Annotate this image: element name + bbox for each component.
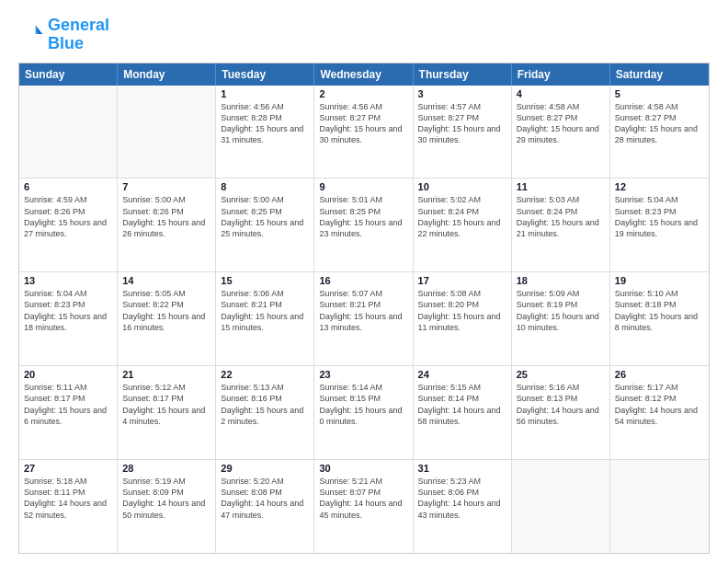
calendar-day-7: 7Sunrise: 5:00 AMSunset: 8:26 PMDaylight… bbox=[118, 178, 216, 271]
calendar-day-10: 10Sunrise: 5:02 AMSunset: 8:24 PMDayligh… bbox=[414, 178, 512, 271]
header-day-sunday: Sunday bbox=[19, 63, 118, 86]
sunset-text: Sunset: 8:24 PM bbox=[517, 206, 605, 217]
daylight-text: Daylight: 15 hours and 30 minutes. bbox=[418, 123, 506, 145]
calendar-day-20: 20Sunrise: 5:11 AMSunset: 8:17 PMDayligh… bbox=[19, 366, 118, 459]
calendar-day-4: 4Sunrise: 4:58 AMSunset: 8:27 PMDaylight… bbox=[512, 86, 610, 178]
day-number: 23 bbox=[319, 369, 407, 380]
daylight-text: Daylight: 15 hours and 31 minutes. bbox=[221, 123, 309, 145]
sunrise-text: Sunrise: 5:17 AM bbox=[615, 382, 704, 393]
sunrise-text: Sunrise: 5:01 AM bbox=[319, 194, 407, 205]
day-number: 12 bbox=[615, 181, 704, 192]
sunrise-text: Sunrise: 5:14 AM bbox=[319, 382, 407, 393]
day-number: 18 bbox=[517, 275, 605, 286]
header-day-saturday: Saturday bbox=[610, 63, 709, 86]
header: General Blue bbox=[18, 17, 710, 53]
header-day-wednesday: Wednesday bbox=[314, 63, 413, 86]
sunset-text: Sunset: 8:13 PM bbox=[517, 393, 605, 404]
daylight-text: Daylight: 15 hours and 25 minutes. bbox=[221, 217, 309, 239]
sunset-text: Sunset: 8:17 PM bbox=[122, 393, 210, 404]
calendar-day-9: 9Sunrise: 5:01 AMSunset: 8:25 PMDaylight… bbox=[314, 178, 413, 271]
daylight-text: Daylight: 15 hours and 13 minutes. bbox=[319, 311, 407, 333]
calendar-header: SundayMondayTuesdayWednesdayThursdayFrid… bbox=[19, 63, 709, 86]
sunrise-text: Sunrise: 4:58 AM bbox=[517, 101, 605, 112]
sunrise-text: Sunrise: 4:58 AM bbox=[615, 101, 704, 112]
sunset-text: Sunset: 8:11 PM bbox=[24, 487, 112, 498]
daylight-text: Daylight: 15 hours and 0 minutes. bbox=[319, 405, 407, 427]
calendar-row-5: 27Sunrise: 5:18 AMSunset: 8:11 PMDayligh… bbox=[19, 460, 709, 553]
calendar-row-4: 20Sunrise: 5:11 AMSunset: 8:17 PMDayligh… bbox=[19, 366, 709, 460]
logo-icon bbox=[18, 22, 44, 48]
sunset-text: Sunset: 8:07 PM bbox=[319, 487, 407, 498]
daylight-text: Daylight: 15 hours and 30 minutes. bbox=[319, 123, 407, 145]
sunset-text: Sunset: 8:22 PM bbox=[122, 299, 210, 310]
calendar-day-27: 27Sunrise: 5:18 AMSunset: 8:11 PMDayligh… bbox=[19, 460, 118, 553]
calendar-day-1: 1Sunrise: 4:56 AMSunset: 8:28 PMDaylight… bbox=[216, 86, 314, 178]
daylight-text: Daylight: 15 hours and 27 minutes. bbox=[24, 217, 112, 239]
sunset-text: Sunset: 8:17 PM bbox=[24, 393, 112, 404]
day-number: 10 bbox=[418, 181, 506, 192]
calendar-day-21: 21Sunrise: 5:12 AMSunset: 8:17 PMDayligh… bbox=[118, 366, 216, 459]
calendar-cell-empty bbox=[512, 460, 610, 553]
sunrise-text: Sunrise: 5:07 AM bbox=[319, 288, 407, 299]
sunset-text: Sunset: 8:21 PM bbox=[221, 299, 309, 310]
daylight-text: Daylight: 15 hours and 16 minutes. bbox=[122, 311, 210, 333]
sunrise-text: Sunrise: 4:56 AM bbox=[319, 101, 407, 112]
daylight-text: Daylight: 15 hours and 18 minutes. bbox=[24, 311, 112, 333]
sunrise-text: Sunrise: 5:08 AM bbox=[418, 288, 506, 299]
calendar-day-13: 13Sunrise: 5:04 AMSunset: 8:23 PMDayligh… bbox=[19, 272, 118, 365]
daylight-text: Daylight: 15 hours and 6 minutes. bbox=[24, 405, 112, 427]
calendar-cell-empty bbox=[19, 86, 118, 178]
day-number: 4 bbox=[517, 88, 605, 99]
sunset-text: Sunset: 8:20 PM bbox=[418, 299, 506, 310]
daylight-text: Daylight: 15 hours and 4 minutes. bbox=[122, 405, 210, 427]
sunrise-text: Sunrise: 5:11 AM bbox=[24, 382, 112, 393]
sunset-text: Sunset: 8:25 PM bbox=[221, 206, 309, 217]
sunset-text: Sunset: 8:23 PM bbox=[24, 299, 112, 310]
sunset-text: Sunset: 8:21 PM bbox=[319, 299, 407, 310]
sunrise-text: Sunrise: 5:10 AM bbox=[615, 288, 704, 299]
day-number: 19 bbox=[615, 275, 704, 286]
day-number: 25 bbox=[517, 369, 605, 380]
calendar-day-3: 3Sunrise: 4:57 AMSunset: 8:27 PMDaylight… bbox=[414, 86, 512, 178]
calendar-row-3: 13Sunrise: 5:04 AMSunset: 8:23 PMDayligh… bbox=[19, 272, 709, 366]
sunset-text: Sunset: 8:18 PM bbox=[615, 299, 704, 310]
sunset-text: Sunset: 8:27 PM bbox=[418, 112, 506, 123]
sunset-text: Sunset: 8:26 PM bbox=[122, 206, 210, 217]
sunrise-text: Sunrise: 4:56 AM bbox=[221, 101, 309, 112]
sunrise-text: Sunrise: 5:16 AM bbox=[517, 382, 605, 393]
sunset-text: Sunset: 8:27 PM bbox=[319, 112, 407, 123]
calendar-day-18: 18Sunrise: 5:09 AMSunset: 8:19 PMDayligh… bbox=[512, 272, 610, 365]
calendar-day-22: 22Sunrise: 5:13 AMSunset: 8:16 PMDayligh… bbox=[216, 366, 314, 459]
calendar-body: 1Sunrise: 4:56 AMSunset: 8:28 PMDaylight… bbox=[19, 86, 709, 553]
calendar-day-16: 16Sunrise: 5:07 AMSunset: 8:21 PMDayligh… bbox=[314, 272, 413, 365]
calendar-day-28: 28Sunrise: 5:19 AMSunset: 8:09 PMDayligh… bbox=[118, 460, 216, 553]
sunrise-text: Sunrise: 5:04 AM bbox=[615, 194, 704, 205]
sunrise-text: Sunrise: 5:23 AM bbox=[418, 476, 506, 487]
sunrise-text: Sunrise: 5:02 AM bbox=[418, 194, 506, 205]
header-day-friday: Friday bbox=[512, 63, 610, 86]
daylight-text: Daylight: 15 hours and 26 minutes. bbox=[122, 217, 210, 239]
day-number: 28 bbox=[122, 463, 210, 474]
calendar-cell-empty bbox=[610, 460, 709, 553]
daylight-text: Daylight: 14 hours and 47 minutes. bbox=[221, 498, 309, 520]
sunrise-text: Sunrise: 5:21 AM bbox=[319, 476, 407, 487]
sunrise-text: Sunrise: 5:13 AM bbox=[221, 382, 309, 393]
sunset-text: Sunset: 8:08 PM bbox=[221, 487, 309, 498]
calendar-day-2: 2Sunrise: 4:56 AMSunset: 8:27 PMDaylight… bbox=[314, 86, 413, 178]
sunset-text: Sunset: 8:15 PM bbox=[319, 393, 407, 404]
logo-text: General Blue bbox=[48, 17, 109, 53]
calendar-row-1: 1Sunrise: 4:56 AMSunset: 8:28 PMDaylight… bbox=[19, 86, 709, 179]
calendar-day-15: 15Sunrise: 5:06 AMSunset: 8:21 PMDayligh… bbox=[216, 272, 314, 365]
daylight-text: Daylight: 15 hours and 8 minutes. bbox=[615, 311, 704, 333]
sunrise-text: Sunrise: 5:00 AM bbox=[122, 194, 210, 205]
day-number: 16 bbox=[319, 275, 407, 286]
daylight-text: Daylight: 15 hours and 15 minutes. bbox=[221, 311, 309, 333]
sunrise-text: Sunrise: 5:20 AM bbox=[221, 476, 309, 487]
calendar-day-26: 26Sunrise: 5:17 AMSunset: 8:12 PMDayligh… bbox=[610, 366, 709, 459]
calendar-day-31: 31Sunrise: 5:23 AMSunset: 8:06 PMDayligh… bbox=[414, 460, 512, 553]
day-number: 1 bbox=[221, 88, 309, 99]
day-number: 13 bbox=[24, 275, 112, 286]
calendar-day-29: 29Sunrise: 5:20 AMSunset: 8:08 PMDayligh… bbox=[216, 460, 314, 553]
daylight-text: Daylight: 15 hours and 21 minutes. bbox=[517, 217, 605, 239]
calendar-day-14: 14Sunrise: 5:05 AMSunset: 8:22 PMDayligh… bbox=[118, 272, 216, 365]
